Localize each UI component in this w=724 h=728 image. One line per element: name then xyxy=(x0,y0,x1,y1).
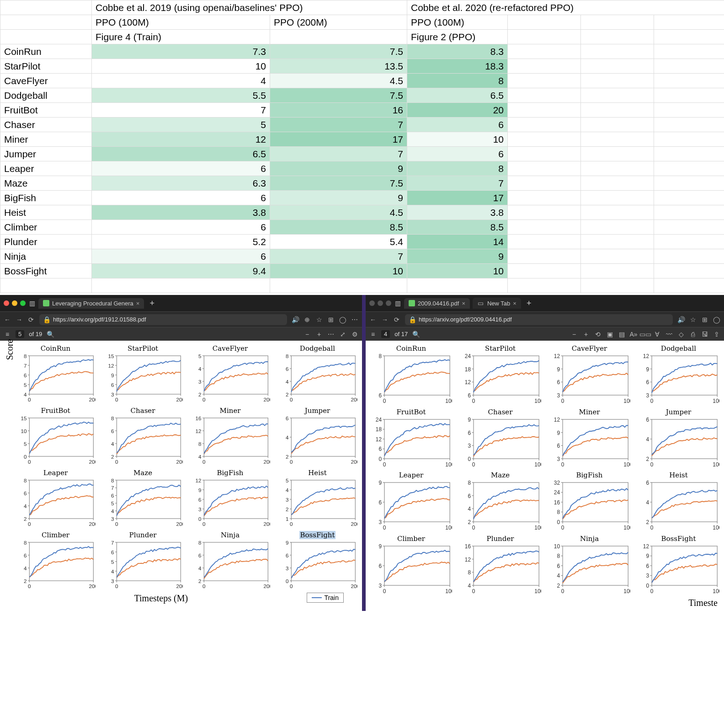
traffic-light-min-icon[interactable] xyxy=(378,300,383,306)
table-row[interactable]: Miner121710 xyxy=(0,132,724,147)
table-row[interactable]: CaveFlyer44.58 xyxy=(0,74,724,88)
read-aloud-icon[interactable]: 🔊 xyxy=(292,316,299,323)
search-icon[interactable]: 🔍 xyxy=(412,331,420,338)
table-row[interactable]: Maze6.37.57 xyxy=(0,176,724,191)
cell-ppo200-2019[interactable]: 8.5 xyxy=(270,220,407,235)
address-field[interactable]: 🔒 https://arxiv.org/pdf/2009.04416.pdf xyxy=(405,314,673,325)
favorite-icon[interactable]: ☆ xyxy=(689,316,697,323)
cell-ppo100-2020[interactable]: 10 xyxy=(407,132,508,147)
contents-icon[interactable]: ≡ xyxy=(4,331,11,338)
favorite-icon[interactable]: ☆ xyxy=(315,316,323,323)
cell-ppo100-2019[interactable]: 6 xyxy=(92,191,270,205)
env-label[interactable]: Leaper xyxy=(0,161,92,176)
cell-ppo100-2020[interactable]: 7 xyxy=(407,176,508,191)
env-label[interactable]: Ninja xyxy=(0,249,92,264)
cell-ppo100-2020[interactable]: 8.5 xyxy=(407,220,508,235)
draw-icon[interactable]: 〰 xyxy=(665,331,673,338)
titlebar[interactable]: ▥ 2009.04416.pdf × ▭ New Tab × + xyxy=(366,295,724,311)
env-label[interactable]: Heist xyxy=(0,205,92,220)
table-row[interactable]: Jumper6.576 xyxy=(0,147,724,161)
env-label[interactable]: Dodgeball xyxy=(0,88,92,103)
env-label[interactable]: CaveFlyer xyxy=(0,74,92,88)
print-icon[interactable]: ⎙ xyxy=(689,331,697,338)
sidebar-icon[interactable]: ▥ xyxy=(28,300,36,307)
close-tab-icon[interactable]: × xyxy=(136,300,140,307)
rotate-icon[interactable]: ⟲ xyxy=(594,331,602,338)
cell-ppo100-2019[interactable]: 5.2 xyxy=(92,235,270,249)
traffic-light-max-icon[interactable] xyxy=(20,300,26,306)
cell-ppo100-2019[interactable]: 6 xyxy=(92,249,270,264)
share-icon[interactable]: ⇪ xyxy=(713,331,720,338)
profile-icon[interactable]: ◯ xyxy=(713,316,720,323)
read-icon[interactable]: A» xyxy=(630,331,637,338)
page-number[interactable]: 4 xyxy=(381,330,390,338)
cell-ppo100-2019[interactable]: 7 xyxy=(92,103,270,118)
collections-icon[interactable]: ⊞ xyxy=(701,316,708,323)
sidebar-icon[interactable]: ▥ xyxy=(394,300,401,307)
cell-ppo200-2019[interactable]: 7 xyxy=(270,118,407,132)
zoom-out-icon[interactable]: − xyxy=(303,331,311,338)
cell-ppo100-2019[interactable]: 10 xyxy=(92,59,270,74)
cell-ppo100-2020[interactable]: 6 xyxy=(407,147,508,161)
close-tab-icon[interactable]: × xyxy=(513,300,516,307)
env-label[interactable]: Climber xyxy=(0,220,92,235)
cell-ppo100-2019[interactable]: 7.3 xyxy=(92,44,270,59)
env-label[interactable]: FruitBot xyxy=(0,103,92,118)
cell-ppo100-2020[interactable]: 17 xyxy=(407,191,508,205)
cell-ppo100-2019[interactable]: 6.3 xyxy=(92,176,270,191)
zoom-in-icon[interactable]: + xyxy=(582,331,590,338)
traffic-light-close-icon[interactable] xyxy=(369,300,375,306)
cell-ppo100-2020[interactable]: 3.8 xyxy=(407,205,508,220)
reload-icon[interactable]: ⟳ xyxy=(393,316,400,323)
cell-ppo100-2019[interactable]: 3.8 xyxy=(92,205,270,220)
cell-ppo100-2019[interactable]: 5.5 xyxy=(92,88,270,103)
new-tab-button[interactable]: + xyxy=(147,297,157,310)
table-row[interactable]: Chaser576 xyxy=(0,118,724,132)
cell-ppo200-2019[interactable]: 16 xyxy=(270,103,407,118)
zoom-out-icon[interactable]: − xyxy=(570,331,578,338)
cell-ppo100-2019[interactable]: 6 xyxy=(92,220,270,235)
cell-ppo100-2020[interactable]: 6 xyxy=(407,118,508,132)
table-row[interactable]: Dodgeball5.57.56.5 xyxy=(0,88,724,103)
cell-ppo200-2019[interactable]: 9 xyxy=(270,161,407,176)
more-icon[interactable]: ⋯ xyxy=(327,331,335,338)
table-row[interactable]: StarPilot1013.518.3 xyxy=(0,59,724,74)
cell-ppo100-2020[interactable]: 9 xyxy=(407,249,508,264)
cell-ppo200-2019[interactable]: 17 xyxy=(270,132,407,147)
table-row[interactable]: FruitBot71620 xyxy=(0,103,724,118)
browser-tab[interactable]: 2009.04416.pdf × xyxy=(404,298,470,309)
book-icon[interactable]: ▭▭ xyxy=(642,331,649,338)
cell-ppo100-2019[interactable]: 6 xyxy=(92,161,270,176)
env-label[interactable]: Chaser xyxy=(0,118,92,132)
table-row[interactable]: Climber68.58.5 xyxy=(0,220,724,235)
fullscreen-icon[interactable]: ⤢ xyxy=(339,331,346,338)
close-tab-icon[interactable]: × xyxy=(462,300,465,307)
cell-ppo100-2020[interactable]: 6.5 xyxy=(407,88,508,103)
cell-ppo100-2019[interactable]: 9.4 xyxy=(92,264,270,278)
cell-ppo100-2019[interactable]: 12 xyxy=(92,132,270,147)
menu-icon[interactable]: ⋯ xyxy=(351,316,358,323)
cell-ppo100-2020[interactable]: 18.3 xyxy=(407,59,508,74)
forward-icon[interactable]: → xyxy=(381,316,389,323)
traffic-light-min-icon[interactable] xyxy=(12,300,17,306)
cell-ppo100-2020[interactable]: 8 xyxy=(407,74,508,88)
cell-ppo200-2019[interactable]: 10 xyxy=(270,264,407,278)
cell-ppo100-2019[interactable]: 6.5 xyxy=(92,147,270,161)
profile-icon[interactable]: ◯ xyxy=(339,316,346,323)
zoom-in-icon[interactable]: + xyxy=(315,331,323,338)
cell-ppo100-2020[interactable]: 14 xyxy=(407,235,508,249)
traffic-light-max-icon[interactable] xyxy=(386,300,391,306)
page-view-icon[interactable]: ▤ xyxy=(618,331,625,338)
cell-ppo200-2019[interactable]: 13.5 xyxy=(270,59,407,74)
env-label[interactable]: BossFight xyxy=(0,264,92,278)
back-icon[interactable]: ← xyxy=(4,316,11,323)
titlebar[interactable]: ▥ Leveraging Procedural Genera × + xyxy=(0,295,362,311)
env-label[interactable]: Maze xyxy=(0,176,92,191)
cell-ppo200-2019[interactable]: 4.5 xyxy=(270,74,407,88)
table-row[interactable]: BossFight9.41010 xyxy=(0,264,724,278)
fit-icon[interactable]: ▣ xyxy=(606,331,613,338)
read-aloud-icon[interactable]: 🔊 xyxy=(677,316,685,323)
table-row[interactable]: BigFish6917 xyxy=(0,191,724,205)
env-label[interactable]: BigFish xyxy=(0,191,92,205)
table-row[interactable]: CoinRun7.37.58.3 xyxy=(0,44,724,59)
